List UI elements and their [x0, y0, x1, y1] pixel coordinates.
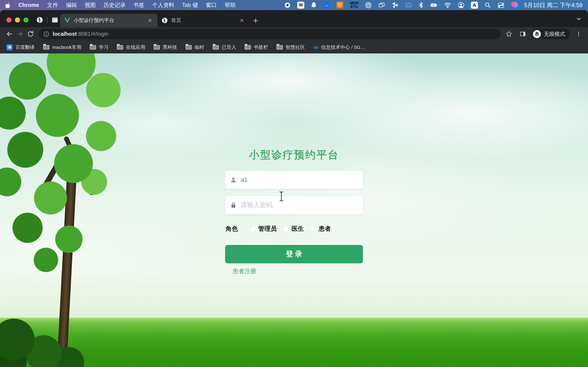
bookmark-label: macbook常用 [52, 44, 81, 50]
star-icon [506, 31, 512, 37]
menubar-item-bookmarks[interactable]: 书签 [133, 1, 145, 9]
tab-search-button[interactable] [574, 14, 583, 23]
radio-admin[interactable] [250, 226, 256, 232]
onepassword-icon[interactable] [365, 1, 372, 9]
grass-background [0, 318, 588, 367]
siri-icon[interactable] [511, 2, 518, 9]
bookmark-label: 百度翻译 [15, 44, 35, 50]
bookmark-folder-smart-community[interactable]: 智慧社区 [277, 44, 305, 50]
pinned-tab-divider [47, 17, 48, 23]
menubar-item-help[interactable]: 帮助 [225, 1, 236, 9]
incognito-badge[interactable]: 无痕模式 [531, 29, 570, 39]
tab-close-icon[interactable] [238, 17, 245, 24]
bookmark-folder-temp[interactable]: 临时 [186, 44, 204, 50]
bookmark-folder-study[interactable]: 学习 [90, 44, 108, 50]
role-label: 角色 [225, 225, 238, 233]
chevron-down-icon [576, 16, 582, 22]
new-tab-button[interactable] [250, 14, 262, 27]
url-text: localhost:8081/#/login [52, 31, 108, 37]
menubar-app-name[interactable]: Chrome [18, 2, 39, 8]
minimize-window-button[interactable] [15, 17, 20, 23]
tab-close-icon[interactable] [147, 17, 153, 24]
menubar-item-file[interactable]: 文件 [47, 1, 58, 9]
login-button[interactable]: 登录 [225, 245, 363, 263]
bluetooth-icon[interactable] [418, 1, 424, 9]
display-icon[interactable] [405, 1, 412, 9]
bookmark-folder-blacktech[interactable]: 黑科技 [154, 44, 177, 50]
teamviewer-icon[interactable]: ↔ [323, 2, 330, 9]
forward-arrow-icon [16, 30, 24, 38]
page-title: 小型诊疗预约平台 [225, 148, 363, 162]
menubar-item-tab[interactable]: Tab 键 [182, 1, 198, 9]
user-account-icon[interactable] [458, 1, 465, 9]
reload-button[interactable] [25, 29, 36, 39]
wifi-icon[interactable] [444, 1, 451, 9]
browser-menu-button[interactable] [573, 29, 584, 39]
menubar-item-edit[interactable]: 编辑 [66, 1, 77, 9]
forward-button[interactable] [15, 29, 25, 39]
input-source-icon[interactable]: A [471, 2, 478, 9]
reload-icon [27, 30, 34, 38]
role-selector: 角色 管理员 医生 患者 [225, 225, 363, 233]
fullscreen-window-button[interactable] [23, 17, 28, 23]
menubar-item-window[interactable]: 窗口 [206, 1, 217, 9]
fan-control-icon[interactable] [391, 1, 398, 9]
bookmark-folder-online-apps[interactable]: 在线应用 [117, 44, 145, 50]
pinned-tab-sheet[interactable] [50, 15, 60, 25]
tree-canopy [0, 53, 145, 287]
side-panel-button[interactable] [518, 29, 528, 39]
folder-icon [245, 45, 251, 50]
close-window-button[interactable] [6, 17, 11, 23]
apple-logo-icon[interactable] [6, 1, 10, 9]
security-app-icon[interactable] [337, 2, 344, 9]
bookmark-folder-imported[interactable]: 已导入 [213, 44, 236, 50]
spotlight-search-icon[interactable] [484, 1, 491, 9]
control-center-icon[interactable] [497, 1, 505, 9]
password-field[interactable]: 请输入密码 [225, 196, 363, 214]
browser-toolbar: localhost:8081/#/login 无痕模式 [0, 27, 588, 41]
username-value: a1 [241, 176, 248, 184]
site-info-icon[interactable] [43, 31, 49, 37]
bookmark-baidu-translate[interactable]: 译 百度翻译 [6, 44, 35, 50]
battery-charging-icon[interactable] [430, 1, 438, 9]
menubar-item-profiles[interactable]: 个人资料 [152, 1, 174, 9]
back-arrow-icon [6, 30, 13, 38]
password-placeholder: 请输入密码 [241, 201, 273, 209]
person-icon [230, 177, 237, 183]
window-manager-icon[interactable] [378, 1, 385, 9]
tab-home[interactable]: 首页 [157, 14, 250, 27]
lock-icon [230, 202, 237, 208]
folder-icon [117, 45, 123, 50]
menubar-datetime[interactable]: 5月10日 周二 下午4:59 [524, 1, 582, 9]
shrub [0, 305, 87, 367]
w-app-icon[interactable]: W [297, 2, 304, 9]
menubar-item-view[interactable]: 视图 [85, 1, 96, 9]
bookmark-star-button[interactable] [504, 29, 514, 39]
tab-clinic-platform[interactable]: 小型诊疗预约平台 [60, 14, 157, 27]
username-field[interactable]: a1 [225, 171, 363, 189]
role-option-patient[interactable]: 患者 [310, 225, 331, 233]
role-option-admin[interactable]: 管理员 [250, 225, 277, 233]
menubar-item-history[interactable]: 历史记录 [104, 1, 126, 9]
patient-register-link[interactable]: 患者注册 [233, 267, 256, 275]
folder-icon [43, 45, 49, 50]
address-bar[interactable]: localhost:8081/#/login [39, 29, 501, 39]
bookmarks-bar: 译 百度翻译 macbook常用 学习 在线应用 黑科技 临时 已导入 书签栏 … [0, 41, 588, 53]
bookmark-it-center[interactable]: ∞ 信息技术中心 / 5G… [313, 44, 365, 50]
pinned-tab-globe[interactable] [35, 15, 45, 25]
macos-menubar: Chrome 文件 编辑 视图 历史记录 书签 个人资料 Tab 键 窗口 帮助… [0, 0, 588, 10]
text-cursor [279, 191, 284, 202]
role-option-doctor[interactable]: 医生 [283, 225, 304, 233]
screen-record-icon[interactable] [284, 1, 291, 9]
radio-doctor[interactable] [283, 226, 289, 232]
notifications-bell-icon[interactable] [311, 1, 317, 9]
bookmark-folder-bookmarks[interactable]: 书签栏 [245, 44, 268, 50]
bookmark-folder-macbook[interactable]: macbook常用 [43, 44, 81, 50]
bookmark-label: 智慧社区 [285, 44, 305, 50]
back-button[interactable] [4, 29, 15, 39]
folder-icon [277, 45, 283, 50]
radio-patient[interactable] [310, 226, 316, 232]
memory-monitor[interactable]: MEM 87% [350, 1, 358, 9]
folder-icon [186, 45, 192, 50]
bookmark-label: 黑科技 [163, 44, 177, 50]
